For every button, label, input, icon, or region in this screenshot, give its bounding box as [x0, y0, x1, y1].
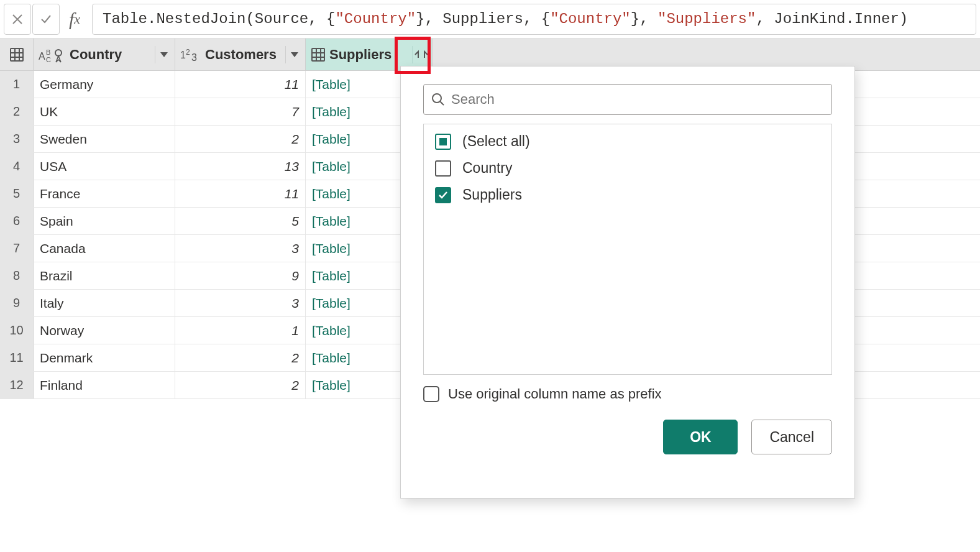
- expand-column-popup: (Select all) Country Suppliers Use origi…: [400, 66, 855, 499]
- option-suppliers[interactable]: Suppliers: [435, 186, 820, 203]
- cell-country[interactable]: Sweden: [34, 126, 175, 152]
- cell-customers[interactable]: 3: [175, 290, 306, 316]
- commit-formula-button[interactable]: [32, 4, 60, 35]
- svg-text:C: C: [46, 56, 51, 63]
- cell-customers[interactable]: 7: [175, 98, 306, 125]
- select-all-option[interactable]: (Select all): [435, 133, 820, 150]
- row-index[interactable]: 12: [0, 372, 34, 398]
- svg-text:2: 2: [186, 48, 190, 57]
- search-icon: [431, 93, 445, 106]
- row-index[interactable]: 6: [0, 208, 34, 234]
- column-filter-button[interactable]: [155, 46, 172, 63]
- formula-text: Table.NestedJoin(Source, {"Country"}, Su…: [103, 11, 908, 27]
- row-index[interactable]: 8: [0, 262, 34, 289]
- row-index[interactable]: 2: [0, 98, 34, 125]
- expand-column-button[interactable]: [412, 46, 429, 63]
- row-index[interactable]: 7: [0, 235, 34, 262]
- cell-customers[interactable]: 1: [175, 317, 306, 344]
- cell-country[interactable]: Denmark: [34, 344, 175, 371]
- cell-customers[interactable]: 2: [175, 344, 306, 371]
- cell-country[interactable]: Canada: [34, 235, 175, 262]
- cell-country[interactable]: USA: [34, 153, 175, 180]
- row-index[interactable]: 4: [0, 153, 34, 180]
- cell-customers[interactable]: 11: [175, 180, 306, 207]
- cell-country[interactable]: Spain: [34, 208, 175, 234]
- select-all-corner[interactable]: [0, 39, 34, 70]
- option-label: Suppliers: [462, 186, 522, 203]
- cell-customers[interactable]: 3: [175, 235, 306, 262]
- svg-text:B: B: [46, 48, 50, 56]
- cell-country[interactable]: Finland: [34, 372, 175, 398]
- row-index[interactable]: 3: [0, 126, 34, 152]
- cell-customers[interactable]: 11: [175, 71, 306, 98]
- table-type-icon: [311, 47, 326, 62]
- fx-icon: fx: [61, 4, 88, 35]
- ok-button[interactable]: OK: [663, 420, 738, 454]
- chevron-down-icon: [160, 52, 168, 57]
- checkbox-unchecked-icon: [423, 386, 439, 402]
- checkbox-indeterminate-icon: [435, 134, 451, 150]
- cell-customers[interactable]: 2: [175, 372, 306, 398]
- column-name: Country: [70, 47, 155, 63]
- column-header-customers[interactable]: 1 2 3 Customers: [175, 39, 306, 70]
- column-select-list: (Select all) Country Suppliers: [423, 124, 832, 375]
- column-name: Suppliers: [329, 47, 412, 63]
- search-input[interactable]: [451, 91, 824, 108]
- cell-customers[interactable]: 5: [175, 208, 306, 234]
- row-index[interactable]: 11: [0, 344, 34, 371]
- chevron-down-icon: [291, 52, 298, 57]
- option-label: (Select all): [462, 133, 530, 150]
- cell-country[interactable]: Germany: [34, 71, 175, 98]
- row-index[interactable]: 9: [0, 290, 34, 316]
- svg-text:3: 3: [191, 52, 197, 63]
- cell-country[interactable]: France: [34, 180, 175, 207]
- row-index[interactable]: 5: [0, 180, 34, 207]
- row-index[interactable]: 1: [0, 71, 34, 98]
- option-country[interactable]: Country: [435, 160, 820, 177]
- cell-customers[interactable]: 2: [175, 126, 306, 152]
- cell-country[interactable]: UK: [34, 98, 175, 125]
- svg-rect-12: [312, 48, 324, 61]
- cancel-button[interactable]: Cancel: [751, 420, 832, 454]
- cell-customers[interactable]: 9: [175, 262, 306, 289]
- column-name: Customers: [205, 47, 285, 63]
- svg-text:A: A: [39, 51, 45, 62]
- text-key-type-icon: A B C: [39, 46, 66, 63]
- expand-icon: [414, 49, 428, 60]
- x-icon: [12, 14, 23, 25]
- formula-bar: fx Table.NestedJoin(Source, {"Country"},…: [0, 0, 980, 39]
- check-icon: [40, 13, 52, 25]
- table-icon: [9, 47, 24, 62]
- column-header-country[interactable]: A B C Country: [34, 39, 175, 70]
- cell-country[interactable]: Norway: [34, 317, 175, 344]
- svg-text:1: 1: [180, 50, 186, 60]
- checkbox-checked-icon: [435, 187, 451, 203]
- svg-rect-0: [11, 48, 23, 61]
- column-filter-button[interactable]: [285, 46, 303, 63]
- search-box[interactable]: [423, 84, 832, 115]
- cell-country[interactable]: Brazil: [34, 262, 175, 289]
- use-prefix-option[interactable]: Use original column name as prefix: [423, 386, 832, 402]
- cell-country[interactable]: Italy: [34, 290, 175, 316]
- svg-point-17: [433, 94, 441, 103]
- number-type-icon: 1 2 3: [180, 46, 201, 63]
- row-index[interactable]: 10: [0, 317, 34, 344]
- cancel-formula-button[interactable]: [4, 4, 31, 35]
- svg-line-18: [440, 101, 444, 105]
- formula-input[interactable]: Table.NestedJoin(Source, {"Country"}, Su…: [92, 4, 976, 35]
- use-prefix-label: Use original column name as prefix: [448, 386, 662, 402]
- cell-customers[interactable]: 13: [175, 153, 306, 180]
- checkbox-unchecked-icon: [435, 160, 451, 177]
- option-label: Country: [462, 160, 513, 177]
- popup-button-row: OK Cancel: [423, 420, 832, 454]
